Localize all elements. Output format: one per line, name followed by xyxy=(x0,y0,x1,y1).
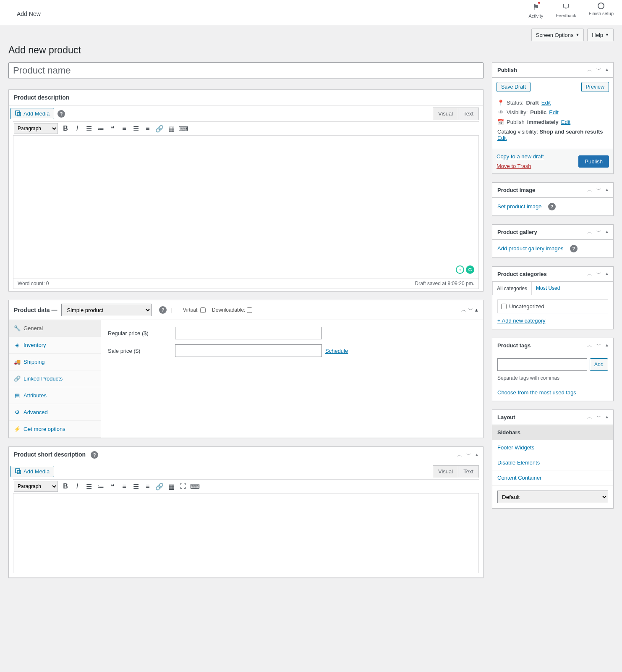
downloadable-checkbox[interactable] xyxy=(247,307,252,313)
pd-tab-inventory[interactable]: ◈Inventory xyxy=(9,337,101,354)
virtual-checkbox[interactable] xyxy=(200,307,206,313)
insert-more-button[interactable]: ▦ xyxy=(165,480,177,492)
triangle-up-icon[interactable]: ▴ xyxy=(606,414,608,421)
align-center-button[interactable]: ☰ xyxy=(130,123,142,134)
align-center-button[interactable]: ☰ xyxy=(130,480,142,492)
chevron-down-icon[interactable]: ﹀ xyxy=(596,186,601,194)
chevron-up-icon[interactable]: ︿ xyxy=(587,342,592,349)
chevron-up-icon[interactable]: ︿ xyxy=(461,307,467,313)
uncategorized-checkbox[interactable] xyxy=(501,304,507,309)
finish-setup-button[interactable]: Finish setup xyxy=(589,3,614,16)
bold-button[interactable]: B xyxy=(60,123,71,134)
link-button[interactable]: 🔗 xyxy=(154,480,165,492)
copy-draft-link[interactable]: Copy to a new draft xyxy=(497,153,544,160)
chevron-down-icon[interactable]: ﹀ xyxy=(596,270,601,278)
format-select[interactable]: Paragraph xyxy=(14,123,58,134)
product-type-select[interactable]: Simple product xyxy=(61,304,152,316)
bullet-list-button[interactable]: ☰ xyxy=(83,480,95,492)
sale-price-input[interactable] xyxy=(175,344,322,357)
layout-tab-content[interactable]: Content Container xyxy=(492,470,613,486)
add-new-category-link[interactable]: + Add new category xyxy=(497,318,546,324)
layout-tab-footer[interactable]: Footer Widgets xyxy=(492,440,613,455)
pd-tab-general[interactable]: 🔧General xyxy=(9,320,101,337)
chevron-up-icon[interactable]: ︿ xyxy=(587,270,592,278)
quote-button[interactable]: ❝ xyxy=(107,480,118,492)
triangle-up-icon[interactable]: ▴ xyxy=(606,270,608,278)
align-right-button[interactable]: ≡ xyxy=(142,480,154,492)
chevron-down-icon[interactable]: ﹀ xyxy=(466,452,471,459)
fullscreen-button[interactable]: ⛶ xyxy=(177,480,189,492)
numbered-list-button[interactable]: ≔ xyxy=(95,123,107,134)
numbered-list-button[interactable]: ≔ xyxy=(95,480,107,492)
italic-button[interactable]: I xyxy=(71,123,83,134)
pd-tab-shipping[interactable]: 🚚Shipping xyxy=(9,354,101,370)
chevron-down-icon[interactable]: ﹀ xyxy=(468,307,473,313)
chevron-down-icon[interactable]: ﹀ xyxy=(596,342,601,349)
schedule-link[interactable]: Schedule xyxy=(325,348,348,354)
insert-more-button[interactable]: ▦ xyxy=(165,123,177,134)
bullet-list-button[interactable]: ☰ xyxy=(83,123,95,134)
product-title-input[interactable] xyxy=(8,62,483,79)
layout-tab-sidebars[interactable]: Sidebars xyxy=(492,425,613,440)
italic-button[interactable]: I xyxy=(71,480,83,492)
move-to-trash-link[interactable]: Move to Trash xyxy=(497,163,544,169)
edit-visibility-link[interactable]: Edit xyxy=(549,109,558,116)
set-product-image-link[interactable]: Set product image xyxy=(497,203,542,210)
short-description-editor[interactable] xyxy=(13,494,479,573)
toolbar-toggle-button[interactable]: ⌨ xyxy=(177,123,189,134)
visual-tab-short[interactable]: Visual xyxy=(433,465,458,478)
edit-catalog-link[interactable]: Edit xyxy=(497,135,507,141)
edit-publish-link[interactable]: Edit xyxy=(561,119,570,125)
pd-tab-linked[interactable]: 🔗Linked Products xyxy=(9,370,101,387)
help-button[interactable]: Help▼ xyxy=(587,29,614,41)
chevron-up-icon[interactable]: ︿ xyxy=(587,66,592,74)
chevron-up-icon[interactable]: ︿ xyxy=(587,228,592,236)
feedback-button[interactable]: 🗨 Feedback xyxy=(556,3,576,18)
activity-button[interactable]: ⚑ Activity xyxy=(529,3,544,18)
publish-button[interactable]: Publish xyxy=(578,155,609,168)
description-editor[interactable]: ♀ G xyxy=(13,136,479,278)
triangle-up-icon[interactable]: ▴ xyxy=(606,66,608,74)
chevron-down-icon[interactable]: ﹀ xyxy=(596,228,601,236)
layout-tab-disable[interactable]: Disable Elements xyxy=(492,455,613,470)
link-button[interactable]: 🔗 xyxy=(154,123,165,134)
chevron-up-icon[interactable]: ︿ xyxy=(587,186,592,194)
triangle-up-icon[interactable]: ▴ xyxy=(606,342,608,349)
layout-default-select[interactable]: Default xyxy=(497,491,608,503)
pd-tab-more[interactable]: ⚡Get more options xyxy=(9,421,101,438)
help-icon[interactable]: ? xyxy=(548,203,556,210)
pd-tab-advanced[interactable]: ⚙Advanced xyxy=(9,404,101,421)
edit-status-link[interactable]: Edit xyxy=(541,100,551,106)
text-tab[interactable]: Text xyxy=(458,108,479,120)
preview-button[interactable]: Preview xyxy=(581,82,609,92)
bold-button[interactable]: B xyxy=(60,480,71,492)
quote-button[interactable]: ❝ xyxy=(107,123,118,134)
add-media-button[interactable]: Add Media xyxy=(10,108,54,119)
align-left-button[interactable]: ≡ xyxy=(118,480,130,492)
save-draft-button[interactable]: Save Draft xyxy=(497,82,531,92)
triangle-up-icon[interactable]: ▴ xyxy=(476,452,478,459)
add-tag-button[interactable]: Add xyxy=(590,358,608,371)
toolbar-toggle-button[interactable]: ⌨ xyxy=(189,480,201,492)
grammarly-badge-icon[interactable]: ♀ xyxy=(456,265,464,274)
add-media-button-short[interactable]: Add Media xyxy=(10,466,54,477)
chevron-down-icon[interactable]: ﹀ xyxy=(596,414,601,421)
choose-tags-link[interactable]: Choose from the most used tags xyxy=(497,389,576,396)
tag-input[interactable] xyxy=(497,358,587,371)
cat-tab-most[interactable]: Most Used xyxy=(532,282,564,295)
triangle-up-icon[interactable]: ▴ xyxy=(606,228,608,236)
help-icon[interactable]: ? xyxy=(57,110,65,118)
help-icon[interactable]: ? xyxy=(91,451,98,459)
chevron-down-icon[interactable]: ﹀ xyxy=(596,66,601,74)
align-left-button[interactable]: ≡ xyxy=(118,123,130,134)
grammarly-icon[interactable]: G xyxy=(466,265,474,274)
visual-tab[interactable]: Visual xyxy=(433,108,458,120)
align-right-button[interactable]: ≡ xyxy=(142,123,154,134)
cat-tab-all[interactable]: All categories xyxy=(492,282,532,295)
help-icon[interactable]: ? xyxy=(159,306,167,314)
chevron-up-icon[interactable]: ︿ xyxy=(587,414,592,421)
add-gallery-link[interactable]: Add product gallery images xyxy=(497,245,564,252)
pd-tab-attributes[interactable]: ▤Attributes xyxy=(9,387,101,404)
format-select-short[interactable]: Paragraph xyxy=(14,481,58,492)
help-icon[interactable]: ? xyxy=(570,245,578,252)
